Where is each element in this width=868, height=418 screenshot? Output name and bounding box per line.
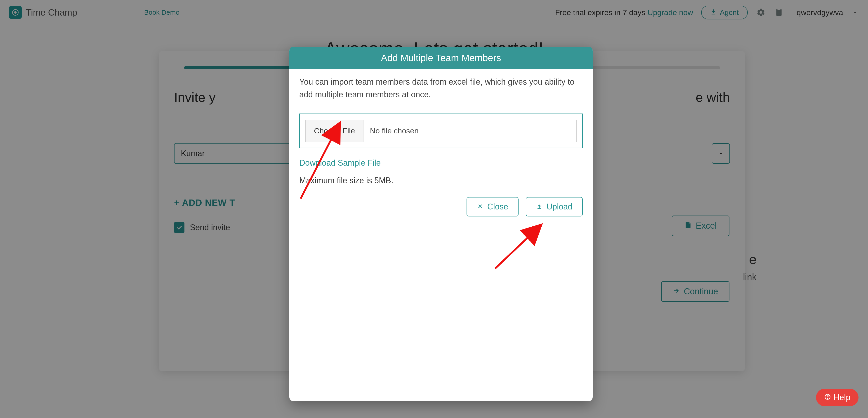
close-icon [477, 202, 483, 211]
help-button[interactable]: Help [816, 389, 859, 406]
close-button[interactable]: Close [467, 197, 519, 216]
help-icon [824, 393, 831, 402]
close-label: Close [487, 202, 508, 211]
annotation-arrow-icon [294, 113, 352, 203]
help-label: Help [834, 393, 850, 402]
upload-label: Upload [547, 202, 572, 211]
svg-line-4 [301, 124, 339, 199]
annotation-arrow-icon [488, 217, 556, 275]
modal-title: Add Multiple Team Members [289, 47, 593, 69]
svg-point-7 [827, 398, 828, 398]
upload-button[interactable]: Upload [526, 197, 583, 216]
modal-description: You can import team members data from ex… [299, 76, 583, 101]
upload-icon [536, 202, 542, 211]
file-status: No file chosen [364, 127, 425, 135]
svg-line-5 [495, 226, 540, 269]
